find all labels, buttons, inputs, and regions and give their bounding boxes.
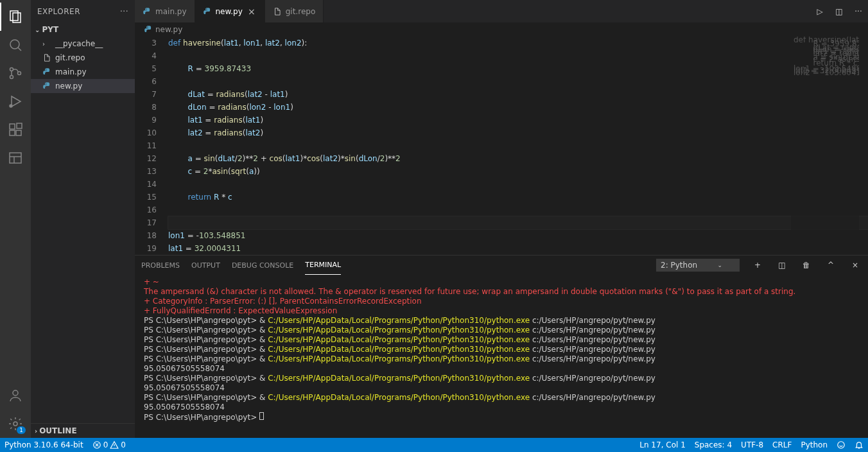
tree-item-label: main.py [55,67,87,76]
status-feedback-icon[interactable] [832,438,850,452]
close-icon[interactable]: × [247,6,257,17]
status-problems[interactable]: 0 0 [88,438,130,452]
editor-tab[interactable]: main.py [135,0,195,22]
python-file-icon [42,67,53,76]
terminal-select[interactable]: 2: Python⌄ [656,259,740,272]
svg-rect-11 [16,130,21,135]
status-bell-icon[interactable] [850,438,868,452]
svg-rect-9 [10,124,15,129]
tree-item[interactable]: new.py [31,79,135,93]
python-file-icon [42,82,53,91]
status-spaces[interactable]: Spaces: 4 [690,438,736,452]
status-ln-col[interactable]: Ln 17, Col 1 [635,438,690,452]
sidebar-header: EXPLORER ··· [31,0,135,22]
panel-tab[interactable]: OUTPUT [191,256,220,275]
panel-tab[interactable]: TERMINAL [305,256,341,275]
status-lang[interactable]: Python [796,438,832,452]
chevron-up-icon[interactable]: ^ [824,261,837,270]
tree-item[interactable]: ›__pycache__ [31,37,135,51]
file-tree: ›__pycache__git.repomain.pynew.py [31,37,135,423]
tree-item[interactable]: git.repo [31,51,135,65]
tree-item[interactable]: main.py [31,65,135,79]
source-control-icon[interactable] [0,59,31,87]
python-file-icon [203,7,212,16]
svg-point-16 [13,390,18,396]
editor-tabs: main.pynew.py×git.repo▷◫··· [135,0,868,22]
minimap[interactable]: def haversine(lat1, lon1, lat2, lon2): R… [791,37,859,255]
outline-header[interactable]: › OUTLINE [31,423,135,438]
svg-marker-7 [12,96,21,107]
extensions-icon[interactable] [0,116,31,144]
file-icon [42,53,53,62]
svg-point-4 [10,68,13,71]
chevron-right-icon: › [42,40,53,48]
run-icon[interactable] [0,87,31,116]
line-gutter: 34567891011121314151617181920 [135,37,168,255]
svg-rect-13 [10,153,21,163]
svg-rect-12 [17,123,22,128]
tree-item-label: git.repo [55,53,85,62]
svg-point-17 [13,422,17,426]
svg-point-22 [838,442,845,449]
close-panel-icon[interactable]: × [849,261,862,270]
tree-item-label: new.py [55,82,82,91]
code-editor[interactable]: 34567891011121314151617181920 def havers… [135,37,868,255]
svg-point-5 [10,76,13,79]
split-terminal-icon[interactable]: ◫ [776,261,788,270]
more-icon[interactable]: ··· [849,7,868,16]
svg-rect-10 [10,130,15,135]
breadcrumb-label: new.py [155,25,182,34]
terminal-output[interactable]: + ~The ampersand (&) character is not al… [135,275,868,438]
status-bar: Python 3.10.6 64-bit 0 0 Ln 17, Col 1 Sp… [0,438,868,452]
split-editor-icon[interactable]: ◫ [829,7,849,16]
editor-area: main.pynew.py×git.repo▷◫··· new.py 34567… [135,0,868,438]
explorer-icon[interactable] [0,3,31,31]
layout-icon[interactable] [0,144,31,172]
new-terminal-icon[interactable]: + [751,261,764,270]
editor-tab[interactable]: git.repo [265,0,324,22]
svg-point-8 [10,105,12,107]
chevron-down-icon: ⌄ [35,26,40,33]
sidebar: EXPLORER ··· ⌄ PYT ›__pycache__git.repom… [31,0,135,438]
kill-terminal-icon[interactable]: 🗑 [800,261,813,270]
search-icon[interactable] [0,31,31,59]
panel-tab[interactable]: DEBUG CONSOLE [232,256,293,275]
run-tab-icon[interactable]: ▷ [810,7,829,16]
tree-item-label: __pycache__ [55,39,103,48]
python-file-icon [143,7,152,16]
folder-header[interactable]: ⌄ PYT [31,22,135,37]
folder-name: PYT [42,25,58,34]
python-file-icon [144,25,153,34]
settings-icon[interactable]: 1 [0,410,31,438]
svg-line-3 [18,48,21,51]
sidebar-title: EXPLORER [37,7,80,16]
editor-tab[interactable]: new.py× [195,0,265,22]
sidebar-more-icon[interactable]: ··· [120,7,128,16]
status-python[interactable]: Python 3.10.6 64-bit [0,438,88,452]
svg-point-6 [18,72,21,75]
status-encoding[interactable]: UTF-8 [736,438,768,452]
file-icon [273,7,282,16]
breadcrumb[interactable]: new.py [135,22,868,37]
panel-tab[interactable]: PROBLEMS [141,256,180,275]
accounts-icon[interactable] [0,381,31,410]
svg-point-2 [10,40,19,49]
activity-bar: 1 [0,0,31,438]
bottom-panel: PROBLEMSOUTPUTDEBUG CONSOLETERMINAL2: Py… [135,255,868,438]
status-eol[interactable]: CRLF [768,438,796,452]
panel-tabs: PROBLEMSOUTPUTDEBUG CONSOLETERMINAL2: Py… [135,256,868,275]
